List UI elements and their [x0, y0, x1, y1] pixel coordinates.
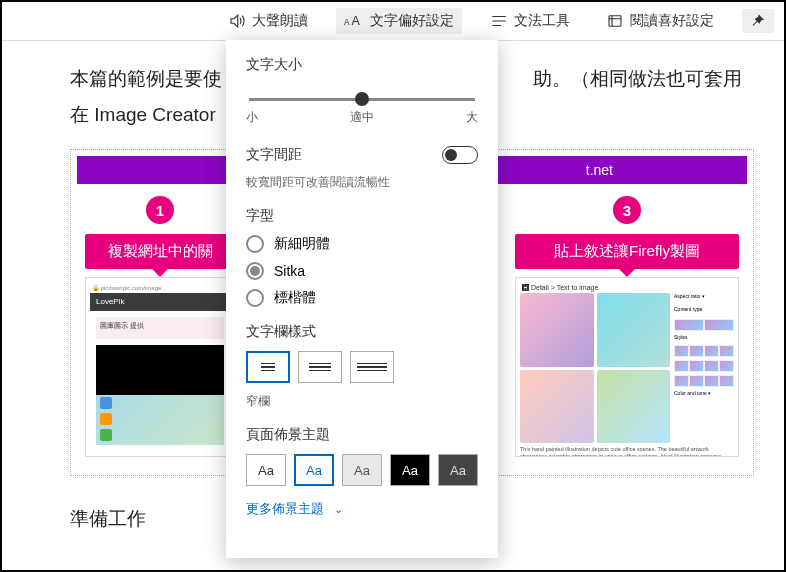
theme-option-1[interactable]: Aa: [294, 454, 334, 486]
text-size-slider[interactable]: 小 適中 大: [246, 84, 478, 130]
chevron-down-icon: ⌄: [334, 503, 343, 516]
read-aloud-button[interactable]: 大聲朗讀: [220, 8, 316, 34]
grammar-icon: [490, 12, 508, 30]
column-medium-option[interactable]: [298, 351, 342, 383]
radio-icon: [246, 262, 264, 280]
paragraph-text: 本篇的範例是要使: [70, 68, 222, 89]
step-button-1: 複製網址中的關: [85, 234, 235, 269]
column-style-section: 文字欄樣式 窄欄: [246, 323, 478, 410]
reading-preferences-button[interactable]: 閱讀喜好設定: [598, 8, 722, 34]
svg-rect-2: [609, 16, 621, 27]
immersive-reader-toolbar: 大聲朗讀 AA 文字偏好設定 文法工具 閱讀喜好設定: [2, 2, 784, 41]
slider-label-small: 小: [246, 109, 258, 126]
svg-text:A: A: [352, 14, 361, 28]
pin-icon: [750, 13, 766, 29]
paragraph-text: 助。（相同做法也可套用: [533, 68, 742, 89]
text-spacing-section: 文字間距 較寬間距可改善閱讀流暢性: [246, 146, 478, 191]
font-option-sitka[interactable]: Sitka: [246, 262, 478, 280]
theme-option-3[interactable]: Aa: [390, 454, 430, 486]
column-narrow-option[interactable]: [246, 351, 290, 383]
text-size-section: 文字大小 小 適中 大: [246, 56, 478, 130]
toggle-knob: [445, 149, 457, 161]
example-header-text: t.net: [586, 162, 613, 178]
example-column-1: 1 複製網址中的關 🔒 picdownpic.com/image... Love…: [85, 196, 235, 457]
text-size-icon: AA: [344, 12, 364, 30]
radio-icon: [246, 289, 264, 307]
page-theme-title: 頁面佈景主題: [246, 426, 478, 444]
text-spacing-title: 文字間距: [246, 146, 390, 164]
column-selected-label: 窄欄: [246, 393, 478, 410]
text-size-title: 文字大小: [246, 56, 478, 74]
column-style-title: 文字欄樣式: [246, 323, 478, 341]
column-wide-option[interactable]: [350, 351, 394, 383]
slider-thumb[interactable]: [355, 92, 369, 106]
svg-text:A: A: [344, 17, 350, 27]
read-aloud-icon: [228, 12, 246, 30]
page-theme-section: 頁面佈景主題 AaAaAaAaAa 更多佈景主題 ⌄: [246, 426, 478, 518]
text-spacing-description: 較寬間距可改善閱讀流暢性: [246, 174, 390, 191]
step-button-3: 貼上敘述讓Firefly製圖: [515, 234, 739, 269]
slider-label-medium: 適中: [350, 109, 374, 126]
font-label: Sitka: [274, 263, 305, 279]
font-option-kaiti[interactable]: 標楷體: [246, 289, 478, 307]
grammar-tools-button[interactable]: 文法工具: [482, 8, 578, 34]
text-spacing-toggle[interactable]: [442, 146, 478, 164]
font-section: 字型 新細明體 Sitka 標楷體: [246, 207, 478, 307]
theme-option-4[interactable]: Aa: [438, 454, 478, 486]
font-label: 標楷體: [274, 289, 316, 307]
reading-preferences-label: 閱讀喜好設定: [630, 12, 714, 30]
grammar-tools-label: 文法工具: [514, 12, 570, 30]
step-badge-1: 1: [146, 196, 174, 224]
radio-icon: [246, 235, 264, 253]
thumbnail-firefly: 🅰 Detail > Text to image Aspect ratio ▾ …: [515, 277, 739, 457]
text-preferences-label: 文字偏好設定: [370, 12, 454, 30]
read-aloud-label: 大聲朗讀: [252, 12, 308, 30]
reading-prefs-icon: [606, 12, 624, 30]
font-option-mingliu[interactable]: 新細明體: [246, 235, 478, 253]
theme-option-2[interactable]: Aa: [342, 454, 382, 486]
thumbnail-lovepik: 🔒 picdownpic.com/image... LovePik 圖庫圖示 提…: [85, 277, 235, 457]
text-preferences-panel: 文字大小 小 適中 大 文字間距 較寬間距可改善閱讀流暢性: [226, 40, 498, 558]
text-preferences-button[interactable]: AA 文字偏好設定: [336, 8, 462, 34]
slider-label-large: 大: [466, 109, 478, 126]
pin-button[interactable]: [742, 9, 774, 33]
lovepik-brand: LovePik: [96, 297, 124, 306]
step-badge-3: 3: [613, 196, 641, 224]
more-themes-label: 更多佈景主題: [246, 500, 324, 518]
font-label: 新細明體: [274, 235, 330, 253]
paragraph-text: 在 Image Creator: [70, 104, 216, 125]
font-title: 字型: [246, 207, 478, 225]
theme-option-0[interactable]: Aa: [246, 454, 286, 486]
more-themes-link[interactable]: 更多佈景主題 ⌄: [246, 500, 478, 518]
example-column-3: 3 貼上敘述讓Firefly製圖 🅰 Detail > Text to imag…: [515, 196, 739, 457]
